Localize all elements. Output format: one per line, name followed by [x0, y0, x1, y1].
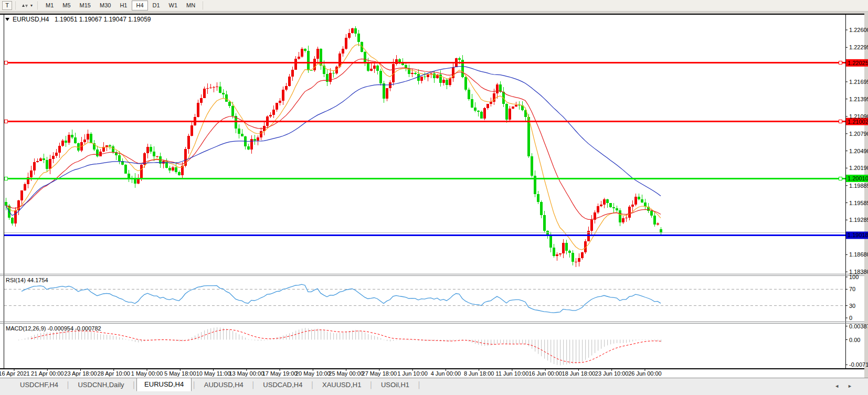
tab-usdcnh-daily[interactable]: USDCNH,Daily: [70, 379, 131, 391]
time-tick-label: 28 Apr 10:00: [98, 370, 130, 377]
tabs-scroll-left-icon[interactable]: ◄: [834, 383, 839, 389]
price-tick-label: 1.20790: [849, 131, 868, 137]
toolbar-separator: [203, 2, 204, 9]
tab-xauusd-h1[interactable]: XAUUSD,H1: [315, 379, 368, 391]
macd-scale-label: -0.007195: [849, 361, 868, 368]
time-tick-label: 16 Jun 00:00: [528, 370, 562, 377]
price-tick-label: 1.21395: [849, 96, 868, 102]
tab-audusd-h4[interactable]: AUDUSD,H4: [197, 379, 251, 391]
tab-separator: │: [310, 381, 315, 391]
support-1-price-label: 1.20010: [848, 175, 868, 182]
time-tick-label: 20 May 10:00: [295, 370, 331, 377]
tabs-scroll-right-icon[interactable]: ►: [848, 383, 852, 389]
price-tick-label: 1.19585: [849, 200, 868, 206]
price-tick-label: 1.20190: [849, 165, 868, 171]
time-tick-label: 23 Apr 18:00: [64, 370, 97, 377]
chart-symbol-label: EURUSD,H4: [13, 16, 49, 23]
tab-separator: │: [251, 381, 256, 391]
rsi-scale-label: 70: [849, 286, 855, 292]
chart-tabs: USDCHF,H4│USDCNH,Daily│EURUSD,H4│AUDUSD,…: [13, 378, 868, 391]
toolbar: T ▾ M1M5M15M30H1H4D1W1MN: [0, 0, 868, 12]
time-tick-label: 17 May 19:00: [262, 370, 298, 377]
tab-usdcad-h4[interactable]: USDCAD,H4: [256, 379, 310, 391]
timeframe-m15-button[interactable]: M15: [76, 1, 95, 10]
tab-separator: │: [66, 381, 71, 391]
tab-usdchf-h4[interactable]: USDCHF,H4: [13, 379, 66, 391]
text-tool-button[interactable]: T: [2, 1, 12, 10]
timeframe-m1-button[interactable]: M1: [41, 1, 58, 10]
time-tick-label: 13 May 00:00: [229, 370, 264, 377]
macd-indicator-label: MACD(12,26,9) -0.000954 -0.000782: [6, 325, 101, 332]
timeframe-w1-button[interactable]: W1: [165, 1, 182, 10]
double-arrow-icon: [21, 3, 29, 9]
time-tick-label: 21 Apr 00:00: [31, 370, 63, 377]
time-tick-label: 5 May 18:00: [164, 370, 196, 377]
price-tick-label: 1.21090: [849, 113, 868, 120]
time-tick-label: 16 Apr 2021: [0, 370, 30, 377]
time-tick-label: 27 May 18:00: [362, 370, 397, 377]
tab-separator: │: [368, 381, 374, 391]
rsi-scale-label: 0: [849, 315, 852, 321]
tab-separator: │: [192, 381, 197, 391]
timeframe-m30-button[interactable]: M30: [96, 1, 115, 10]
chart-tabs-bar: USDCHF,H4│USDCNH,Daily│EURUSD,H4│AUDUSD,…: [0, 378, 868, 395]
time-tick-label: 10 May 11:00: [196, 370, 231, 377]
time-tick-label: 18 Jun 18:00: [562, 370, 596, 377]
price-tick-label: 1.20490: [849, 148, 868, 154]
resistance-1-price-label: 1.22025: [848, 60, 868, 66]
time-tick-label: 4 Jun 00:00: [431, 370, 461, 377]
timeframe-d1-button[interactable]: D1: [149, 1, 164, 10]
timeframe-group: M1M5M15M30H1H4D1W1MN: [41, 1, 199, 10]
price-tick-label: 1.21695: [849, 79, 868, 85]
tab-separator: │: [132, 381, 137, 391]
time-tick-label: 11 Jun 10:00: [496, 370, 529, 377]
price-tick-label: 1.19885: [849, 183, 868, 189]
chevron-down-icon: ▾: [30, 4, 33, 8]
macd-scale-label: 0.00: [849, 337, 860, 343]
time-tick-label: 8 Jun 18:00: [464, 370, 494, 377]
chart-canvas[interactable]: 1.220251.210021.200101.190181.226001.222…: [0, 0, 868, 395]
time-tick-label: 1 Jun 10:00: [397, 370, 428, 377]
macd-scale-label: 0.003873: [849, 323, 868, 329]
timeframe-h1-button[interactable]: H1: [115, 1, 131, 10]
timeframe-mn-button[interactable]: MN: [182, 1, 199, 10]
rsi-scale-label: 30: [849, 303, 855, 309]
chart-quotes-label: 1.19051 1.19067 1.19047 1.19059: [55, 16, 151, 23]
rsi-indicator-label: RSI(14) 44.1754: [6, 277, 48, 283]
toolbar-separator: [37, 2, 38, 9]
price-tick-label: 1.19285: [849, 217, 868, 223]
time-tick-label: 26 Jun 00:00: [628, 370, 662, 377]
chart-mode-button[interactable]: ▾: [19, 1, 34, 10]
price-tick-label: 1.18680: [849, 251, 868, 258]
tab-usoil-h1[interactable]: USOil,H1: [374, 379, 417, 391]
timeframe-m5-button[interactable]: M5: [58, 1, 75, 10]
tab-eurusd-h4[interactable]: EURUSD,H4: [136, 378, 192, 391]
rsi-scale-label: 100: [849, 274, 859, 280]
toolbar-separator: [15, 2, 16, 9]
time-tick-label: 1 May 00:00: [131, 370, 163, 377]
bid-line-price-label: 1.19018: [848, 232, 868, 238]
price-axis: 1.220251.210021.200101.190181.226001.222…: [845, 27, 868, 275]
time-tick-label: 25 May 00:00: [329, 370, 364, 377]
price-tick-label: 1.22295: [849, 44, 868, 50]
mt4-window: T ▾ M1M5M15M30H1H4D1W1MN 1.220251.210021…: [0, 0, 868, 395]
price-tick-label: 1.22600: [849, 27, 868, 33]
tab-separator: │: [417, 381, 422, 391]
timeframe-h4-button[interactable]: H4: [132, 1, 147, 10]
time-tick-label: 23 Jun 10:00: [595, 370, 629, 377]
